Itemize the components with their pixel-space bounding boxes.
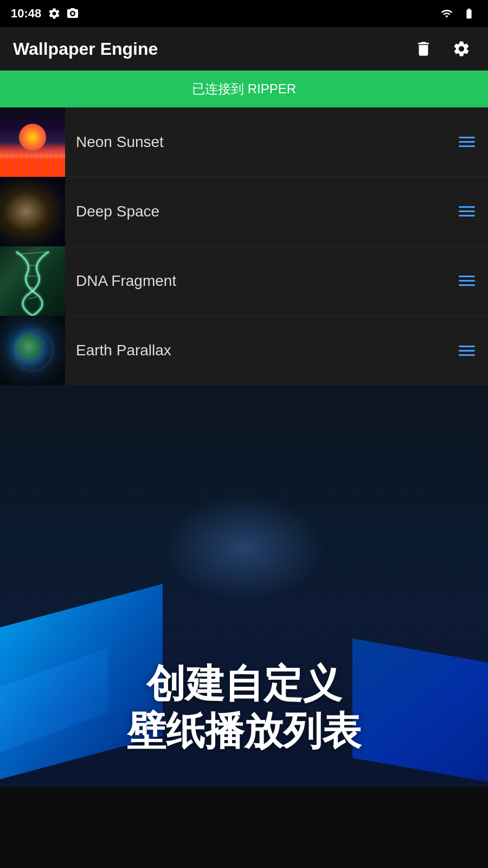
thumbnail-deep-space — [0, 177, 65, 246]
wallpaper-name-neon-sunset: Neon Sunset — [65, 133, 446, 151]
menu-icon-neon-sunset[interactable] — [446, 137, 488, 147]
app-header: Wallpaper Engine — [0, 27, 488, 71]
promo-line1: 创建自定义 — [0, 660, 488, 707]
status-right — [439, 8, 477, 20]
header-actions — [410, 35, 475, 62]
thumbnail-earth-parallax — [0, 316, 65, 385]
menu-icon-dna-fragment[interactable] — [446, 276, 488, 286]
center-glow — [163, 494, 325, 602]
connection-banner: 已连接到 RIPPER — [0, 71, 488, 107]
menu-icon-earth-parallax[interactable] — [446, 346, 488, 356]
dna-visual — [0, 246, 65, 316]
battery-icon — [461, 8, 477, 20]
app-title: Wallpaper Engine — [13, 39, 158, 59]
delete-button[interactable] — [410, 35, 437, 62]
status-icons — [48, 7, 79, 20]
thumbnail-neon-sunset — [0, 107, 65, 177]
menu-icon-deep-space[interactable] — [446, 206, 488, 216]
wallpaper-name-deep-space: Deep Space — [65, 203, 446, 220]
wifi-icon — [439, 8, 454, 20]
list-item[interactable]: Earth Parallax — [0, 316, 488, 385]
wallpaper-list: Neon Sunset Deep Space — [0, 107, 488, 385]
hamburger-icon — [459, 137, 475, 147]
screenshot-status-icon — [66, 7, 79, 20]
wallpaper-name-earth-parallax: Earth Parallax — [65, 342, 446, 359]
promo-area: 创建自定义 壁纸播放列表 — [0, 385, 488, 787]
list-item[interactable]: DNA Fragment — [0, 246, 488, 316]
settings-status-icon — [48, 7, 61, 20]
promo-line2: 壁纸播放列表 — [0, 707, 488, 754]
svg-line-5 — [28, 297, 37, 299]
status-left: 10:48 — [11, 7, 79, 21]
list-item[interactable]: Neon Sunset — [0, 107, 488, 177]
delete-icon — [414, 40, 433, 58]
connection-text: 已连接到 RIPPER — [192, 81, 296, 96]
status-bar: 10:48 — [0, 0, 488, 27]
wallpaper-name-dna-fragment: DNA Fragment — [65, 272, 446, 290]
gear-icon — [452, 40, 471, 58]
hamburger-icon — [459, 346, 475, 356]
hamburger-icon — [459, 206, 475, 216]
list-item[interactable]: Deep Space — [0, 177, 488, 246]
promo-text-container: 创建自定义 壁纸播放列表 — [0, 660, 488, 754]
thumbnail-dna-fragment — [0, 246, 65, 316]
settings-button[interactable] — [448, 35, 475, 62]
svg-point-0 — [72, 12, 74, 15]
svg-line-1 — [16, 252, 49, 254]
time-display: 10:48 — [11, 7, 41, 21]
hamburger-icon — [459, 276, 475, 286]
